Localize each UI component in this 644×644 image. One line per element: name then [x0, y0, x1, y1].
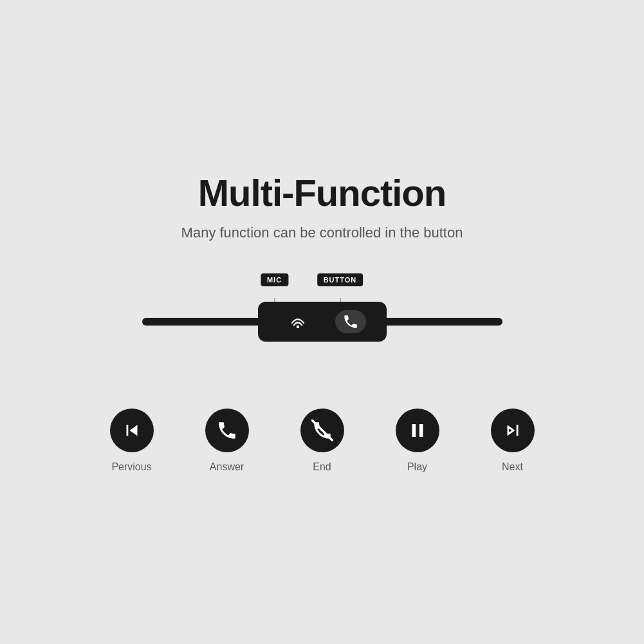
next-icon — [502, 419, 524, 441]
answer-icon — [216, 419, 238, 441]
function-end: End — [300, 409, 344, 473]
button-label: BUTTON — [317, 273, 363, 286]
play-icon-circle — [396, 409, 439, 452]
pause-icon — [407, 419, 428, 441]
previous-label: Pervious — [111, 461, 151, 473]
play-label: Play — [407, 461, 427, 473]
functions-row: Pervious Answer End — [110, 409, 535, 473]
end-label: End — [313, 461, 331, 473]
phone-icon — [342, 313, 359, 330]
function-play: Play — [396, 409, 439, 473]
phone-button[interactable] — [335, 310, 366, 333]
page-container: Multi-Function Many function can be cont… — [0, 0, 644, 644]
device-illustration: MIC BUTTON — [142, 280, 502, 363]
controller-body — [258, 302, 387, 342]
svg-line-1 — [312, 420, 332, 440]
signal-icon — [286, 310, 309, 333]
previous-icon — [121, 419, 143, 441]
page-subtitle: Many function can be controlled in the b… — [181, 225, 463, 241]
function-next: Next — [491, 409, 535, 473]
next-label: Next — [502, 461, 523, 473]
function-answer: Answer — [205, 409, 249, 473]
function-previous: Pervious — [110, 409, 154, 473]
previous-icon-circle — [110, 409, 154, 452]
end-call-icon — [311, 419, 333, 441]
page-title: Multi-Function — [198, 171, 446, 214]
svg-point-0 — [296, 326, 299, 329]
mic-area — [279, 308, 317, 335]
end-icon-circle — [300, 409, 344, 452]
mic-label: MIC — [261, 273, 288, 286]
answer-label: Answer — [210, 461, 244, 473]
answer-icon-circle — [205, 409, 249, 452]
next-icon-circle — [491, 409, 535, 452]
